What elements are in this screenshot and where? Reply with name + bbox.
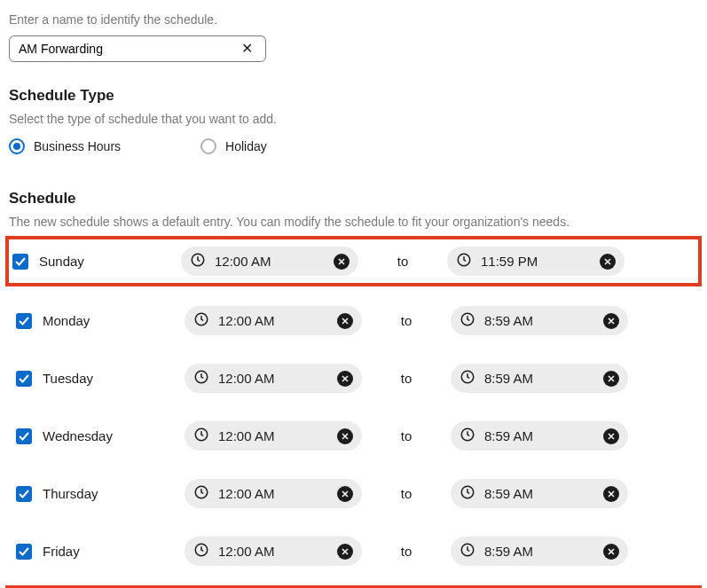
end-time-text: 11:59 PM bbox=[481, 254, 591, 269]
schedule-rows-container: Sunday12:00 AMto11:59 PMMonday12:00 AMto… bbox=[9, 239, 698, 588]
day-row: Monday12:00 AMto8:59 AM bbox=[9, 301, 698, 341]
clock-icon bbox=[460, 427, 475, 445]
day-checkbox[interactable] bbox=[16, 544, 32, 560]
end-time-text: 8:59 AM bbox=[484, 371, 594, 386]
schedule-name-input-wrap[interactable]: ✕ bbox=[9, 35, 266, 62]
end-time-text: 8:59 AM bbox=[484, 313, 594, 328]
clear-start-time-icon[interactable] bbox=[337, 486, 353, 502]
clear-end-time-icon[interactable] bbox=[603, 313, 619, 329]
start-time-text: 12:00 AM bbox=[218, 486, 328, 501]
to-label: to bbox=[362, 313, 451, 328]
to-label: to bbox=[362, 428, 451, 443]
day-row: Tuesday12:00 AMto8:59 AM bbox=[9, 358, 698, 398]
schedule-help: The new schedule shows a default entry. … bbox=[9, 215, 698, 229]
schedule-name-input[interactable] bbox=[19, 42, 238, 56]
clock-icon bbox=[193, 311, 209, 330]
end-time-input[interactable]: 8:59 AM bbox=[451, 421, 628, 451]
end-time-text: 8:59 AM bbox=[484, 486, 594, 501]
schedule-type-title: Schedule Type bbox=[9, 87, 698, 105]
clear-end-time-icon[interactable] bbox=[603, 371, 619, 387]
day-name-label: Sunday bbox=[39, 254, 181, 269]
start-time-input[interactable]: 12:00 AM bbox=[185, 364, 362, 393]
schedule-title: Schedule bbox=[9, 190, 698, 208]
radio-icon bbox=[9, 138, 25, 154]
start-time-input[interactable]: 12:00 AM bbox=[181, 247, 358, 276]
end-time-input[interactable]: 8:59 AM bbox=[451, 364, 628, 393]
start-time-input[interactable]: 12:00 AM bbox=[185, 537, 362, 566]
clear-end-time-icon[interactable] bbox=[603, 428, 619, 444]
day-name-label: Friday bbox=[43, 544, 185, 559]
day-checkbox[interactable] bbox=[16, 371, 32, 387]
end-time-text: 8:59 AM bbox=[484, 544, 594, 559]
clock-icon bbox=[190, 252, 206, 270]
clear-start-time-icon[interactable] bbox=[337, 313, 353, 329]
clock-icon bbox=[193, 369, 209, 388]
clear-start-time-icon[interactable] bbox=[337, 371, 353, 387]
start-time-text: 12:00 AM bbox=[215, 254, 325, 269]
name-help-text: Enter a name to identify the schedule. bbox=[9, 12, 698, 27]
clock-icon bbox=[460, 542, 475, 561]
day-name-label: Thursday bbox=[43, 486, 185, 501]
clock-icon bbox=[460, 311, 475, 330]
day-checkbox[interactable] bbox=[16, 428, 32, 444]
day-row: Thursday12:00 AMto8:59 AM bbox=[9, 474, 698, 514]
radio-business-hours[interactable]: Business Hours bbox=[9, 138, 121, 154]
day-row: Sunday12:00 AMto11:59 PM bbox=[5, 236, 702, 286]
radio-holiday[interactable]: Holiday bbox=[200, 138, 267, 154]
radio-label: Business Hours bbox=[34, 139, 121, 153]
day-row: Wednesday12:00 AMto8:59 AM bbox=[9, 416, 698, 456]
clear-start-time-icon[interactable] bbox=[334, 254, 350, 270]
start-time-input[interactable]: 12:00 AM bbox=[185, 421, 362, 451]
start-time-text: 12:00 AM bbox=[218, 313, 328, 328]
to-label: to bbox=[362, 371, 451, 386]
start-time-input[interactable]: 12:00 AM bbox=[185, 306, 362, 335]
end-time-input[interactable]: 8:59 AM bbox=[451, 479, 628, 508]
start-time-input[interactable]: 12:00 AM bbox=[185, 479, 362, 508]
schedule-type-radio-group: Business Hours Holiday bbox=[9, 138, 698, 154]
day-name-label: Tuesday bbox=[43, 371, 185, 386]
day-row: Friday12:00 AMto8:59 AM bbox=[9, 531, 698, 571]
clock-icon bbox=[193, 542, 209, 561]
day-checkbox[interactable] bbox=[16, 313, 32, 329]
start-time-text: 12:00 AM bbox=[218, 371, 328, 386]
day-name-label: Monday bbox=[43, 313, 185, 328]
clear-end-time-icon[interactable] bbox=[603, 544, 619, 560]
to-label: to bbox=[358, 254, 447, 269]
clear-end-time-icon[interactable] bbox=[600, 254, 616, 270]
clear-start-time-icon[interactable] bbox=[337, 544, 353, 560]
clock-icon bbox=[460, 484, 475, 503]
end-time-input[interactable]: 11:59 PM bbox=[447, 247, 625, 276]
to-label: to bbox=[362, 544, 451, 559]
day-checkbox[interactable] bbox=[16, 486, 32, 502]
radio-icon bbox=[200, 138, 216, 154]
clear-end-time-icon[interactable] bbox=[603, 486, 619, 502]
schedule-type-help: Select the type of schedule that you wan… bbox=[9, 112, 698, 126]
start-time-text: 12:00 AM bbox=[218, 428, 328, 443]
clock-icon bbox=[456, 252, 472, 270]
to-label: to bbox=[362, 486, 451, 501]
day-checkbox[interactable] bbox=[12, 254, 28, 270]
end-time-input[interactable]: 8:59 AM bbox=[451, 306, 628, 335]
clock-icon bbox=[193, 484, 209, 503]
clear-name-icon[interactable]: ✕ bbox=[238, 42, 256, 56]
clock-icon bbox=[460, 369, 475, 388]
radio-label: Holiday bbox=[225, 139, 267, 153]
end-time-text: 8:59 AM bbox=[484, 428, 594, 443]
clock-icon bbox=[193, 427, 209, 445]
end-time-input[interactable]: 8:59 AM bbox=[451, 537, 628, 566]
clear-start-time-icon[interactable] bbox=[337, 428, 353, 444]
start-time-text: 12:00 AM bbox=[218, 544, 328, 559]
day-name-label: Wednesday bbox=[43, 428, 185, 443]
